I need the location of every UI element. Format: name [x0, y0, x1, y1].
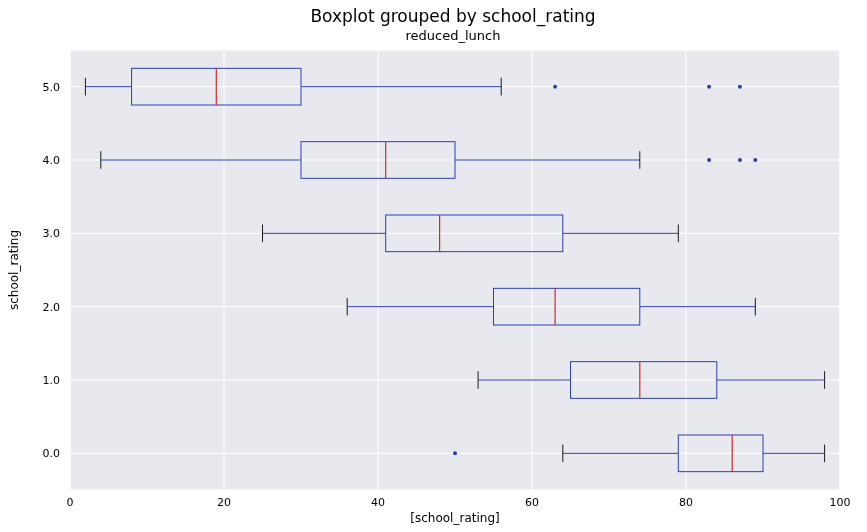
outlier [453, 451, 457, 455]
plot-background [70, 50, 840, 490]
x-axis-label: [school_rating] [410, 511, 499, 525]
x-tick-label: 60 [525, 496, 539, 509]
outlier [553, 85, 557, 89]
y-tick-label: 2.0 [43, 301, 61, 314]
outlier [753, 158, 757, 162]
outlier [738, 158, 742, 162]
x-tick-label: 80 [679, 496, 693, 509]
x-tick-label: 40 [371, 496, 385, 509]
y-tick-label: 1.0 [43, 374, 61, 387]
y-tick-label: 0.0 [43, 447, 61, 460]
outlier [707, 158, 711, 162]
outlier [707, 85, 711, 89]
x-tick-label: 0 [67, 496, 74, 509]
y-tick-label: 3.0 [43, 227, 61, 240]
chart-subtitle: reduced_lunch [406, 28, 501, 43]
y-tick-label: 5.0 [43, 81, 61, 94]
x-tick-label: 100 [830, 496, 851, 509]
outlier [738, 85, 742, 89]
boxplot-chart: Boxplot grouped by school_rating reduced… [0, 0, 867, 532]
y-tick-label: 4.0 [43, 154, 61, 167]
y-axis-label: school_rating [7, 230, 21, 310]
x-tick-label: 20 [217, 496, 231, 509]
chart-title: Boxplot grouped by school_rating [310, 6, 595, 27]
